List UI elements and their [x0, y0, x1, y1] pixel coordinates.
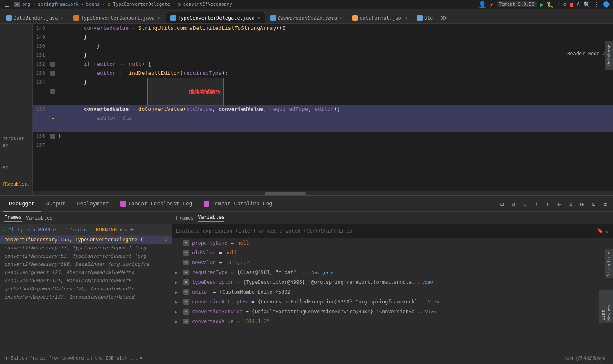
- tabs-bar: DataBinder.java × TypeConverterSupport.j…: [0, 9, 613, 24]
- debug-skip-icon[interactable]: ⏭: [578, 200, 587, 209]
- tab-debugger[interactable]: Debugger: [3, 196, 41, 212]
- thread-selector: ✓ "http-nio-8080-e..." "main" : RUNNING …: [0, 224, 172, 236]
- eye-icon[interactable]: 👁: [4, 355, 9, 361]
- code-line-154: 154 } 继续尝试解析: [33, 78, 613, 105]
- stop-button[interactable]: ■: [570, 1, 573, 8]
- tab-debugger-label: Debugger: [9, 200, 35, 207]
- tomcat-label[interactable]: Tomcat 9.0.58: [497, 1, 537, 7]
- tab-output[interactable]: Output: [41, 196, 71, 212]
- var-icon-requiredtype: ≡: [183, 270, 189, 275]
- user-icon[interactable]: 👤: [478, 0, 486, 8]
- profile-icon[interactable]: ⊕: [563, 1, 567, 7]
- frame-method-7: invokeForRequest:137, InvocableHandlerMe…: [4, 294, 134, 300]
- tab-more-button[interactable]: ≫: [438, 12, 450, 23]
- tab-close-conversionutils[interactable]: ×: [340, 16, 342, 20]
- breadcrumb-org[interactable]: org: [22, 2, 30, 7]
- frame-item-6[interactable]: getMethodArgumentValues:170, InvocableHa…: [0, 285, 172, 293]
- var-view-typedescriptor[interactable]: View: [422, 280, 433, 285]
- breadcrumb-typeconverterdelegate[interactable]: TypeConverterDelegate: [113, 2, 170, 7]
- frame-item-0[interactable]: convertIfNecessary:155, TypeConverterDel…: [0, 236, 172, 244]
- debug-content: Frames Variables ✓ "http-nio-8080-e..." …: [0, 212, 613, 364]
- vcs-icon[interactable]: ⚡: [490, 1, 493, 8]
- variables-label[interactable]: Variables: [198, 214, 224, 222]
- run-button[interactable]: ▶: [540, 1, 543, 8]
- var-name-conversionattemptex: conversionAttemptEx: [192, 299, 248, 305]
- tab-typeconverterdelegate[interactable]: TypeConverterDelegate.java ×: [166, 12, 265, 23]
- tab-close-databinder[interactable]: ×: [61, 16, 63, 20]
- sep3: ›: [102, 2, 105, 7]
- variables-panel: Frames Variables Evaluate expression (En…: [172, 212, 613, 364]
- more-icon-top[interactable]: ⋮: [593, 1, 599, 8]
- thread-expand-icon[interactable]: ▽: [124, 227, 127, 233]
- tab-close-typeconverterdelegate[interactable]: ×: [258, 16, 260, 20]
- var-view-conversionservice[interactable]: View: [425, 309, 436, 315]
- tab-stu[interactable]: Stu: [412, 12, 438, 23]
- search-icon[interactable]: 🔍: [583, 1, 590, 8]
- bookmark-icon-eval[interactable]: 🔖: [597, 228, 603, 234]
- tab-databinder[interactable]: DataBinder.java ×: [2, 12, 68, 23]
- tab-label-typeconverterdelegate: TypeConverterDelegate.java: [178, 15, 255, 21]
- var-value-requiredtype: {Class@4981} "float": [237, 270, 296, 275]
- debug-step-into-icon[interactable]: ⬇: [532, 200, 541, 209]
- frames-bottom-close[interactable]: ×: [140, 355, 143, 361]
- tab-typeconvertersupport[interactable]: TypeConverterSupport.java ×: [69, 12, 165, 23]
- request-list-side-tab[interactable]: Request List: [599, 290, 613, 323]
- structure-side-tab[interactable]: Structure: [605, 249, 613, 278]
- expand-icon-eval[interactable]: ▽: [606, 228, 609, 234]
- breadcrumb-beans[interactable]: beans: [86, 2, 100, 7]
- debug-frames-icon[interactable]: ⊞: [498, 200, 507, 209]
- debug-toolbar: ⊞ ↺ ↓ ⬇ ⬆ ▶ ⊕ ⏭ ⊞ ≡: [498, 200, 610, 209]
- tab-deployment[interactable]: Deployment: [71, 196, 115, 212]
- debug-run-to-cursor[interactable]: ▶: [555, 200, 564, 209]
- breadcrumb-convertifnecessary[interactable]: convertIfNecessary: [183, 2, 232, 7]
- overflow-icon[interactable]: ⋮: [588, 193, 595, 195]
- frame-item-2[interactable]: convertIfNecessary:53, TypeConverterSupp…: [0, 252, 172, 260]
- tab-tomcat-catalina[interactable]: Tomcat Catalina Log: [198, 196, 278, 212]
- var-icon-oldvalue: ≡: [183, 250, 189, 256]
- reader-mode-label[interactable]: Reader Mode: [567, 51, 599, 56]
- frame-item-1[interactable]: convertIfNecessary:73, TypeConverterSupp…: [0, 244, 172, 252]
- var-icon-newvalue: ≡: [183, 260, 189, 265]
- database-side-tab[interactable]: Database: [605, 41, 613, 70]
- thread-add-icon[interactable]: +: [130, 226, 134, 234]
- frames-tab-inactive[interactable]: Frames: [176, 215, 194, 221]
- var-icon-convertedvalue: ≡: [183, 319, 189, 324]
- debug-list-icon[interactable]: ≡: [601, 200, 610, 209]
- tab-tomcat-localhost[interactable]: Tomcat Localhost Log: [115, 196, 198, 212]
- bug-icon[interactable]: 🐛: [547, 1, 554, 8]
- variables-tab-inactive[interactable]: Variables: [26, 215, 52, 221]
- tomcat-localhost-icon: [120, 201, 126, 207]
- copy-icon-0[interactable]: ⧉: [165, 237, 167, 242]
- debug-evaluate-icon[interactable]: ⊕: [566, 200, 575, 209]
- debug-watch-icon[interactable]: ⊞: [589, 200, 598, 209]
- tab-dataformat[interactable]: dataFormat.jsp ×: [348, 12, 411, 23]
- horizontal-scrollbar[interactable]: [33, 191, 613, 195]
- top-bar-right: 👤 ⚡ Tomcat 9.0.58 ▶ 🐛 ⚡ ⊕ ■ A 🔍 ⋮ 🔷: [478, 0, 611, 8]
- var-view-conversionattemptex[interactable]: View: [428, 299, 439, 305]
- frame-item-7[interactable]: invokeForRequest:137, InvocableHandlerMe…: [0, 293, 172, 301]
- debug-step-out-icon[interactable]: ⬆: [543, 200, 552, 209]
- target-icon[interactable]: ⊕: [577, 193, 581, 195]
- tab-close-dataformat[interactable]: ×: [405, 16, 407, 20]
- variable-list: ≡ propertyName = null ≡ oldValue = null …: [172, 238, 613, 364]
- frame-item-3[interactable]: convertIfNecessary:696, DataBinder (org.…: [0, 260, 172, 268]
- breadcrumb-springframework[interactable]: springframework: [38, 2, 79, 7]
- tab-icon-databinder: [6, 15, 12, 21]
- tab-close-typeconvertersupport[interactable]: ×: [158, 16, 161, 20]
- font-size-icon[interactable]: A: [577, 1, 580, 7]
- debug-step-over-icon[interactable]: ↓: [520, 200, 529, 209]
- debug-rerun-icon[interactable]: ↺: [509, 200, 518, 209]
- frame-item-5[interactable]: resolveArgument:121, HandlerMethodArgume…: [0, 276, 172, 285]
- frames-label[interactable]: Frames: [4, 214, 22, 222]
- thread-filter-icon[interactable]: ▼: [119, 227, 122, 233]
- tab-conversionutils[interactable]: ConversionUtils.java ×: [266, 12, 347, 23]
- code-line-156: 156 }: [33, 132, 613, 141]
- frame-item-4[interactable]: resolveArgument:125, AbstractNamedValueM…: [0, 268, 172, 276]
- debug-tabs: Debugger Output Deployment Tomcat Localh…: [0, 196, 613, 212]
- plugins-icon[interactable]: 🔷: [602, 0, 611, 8]
- collapse-icon[interactable]: —: [602, 193, 606, 195]
- var-navigate-requiredtype[interactable]: Navigate: [312, 270, 333, 275]
- minimize-button[interactable]: —: [14, 2, 20, 7]
- coverage-icon[interactable]: ⚡: [557, 1, 560, 7]
- menu-icon[interactable]: ☰: [2, 0, 11, 8]
